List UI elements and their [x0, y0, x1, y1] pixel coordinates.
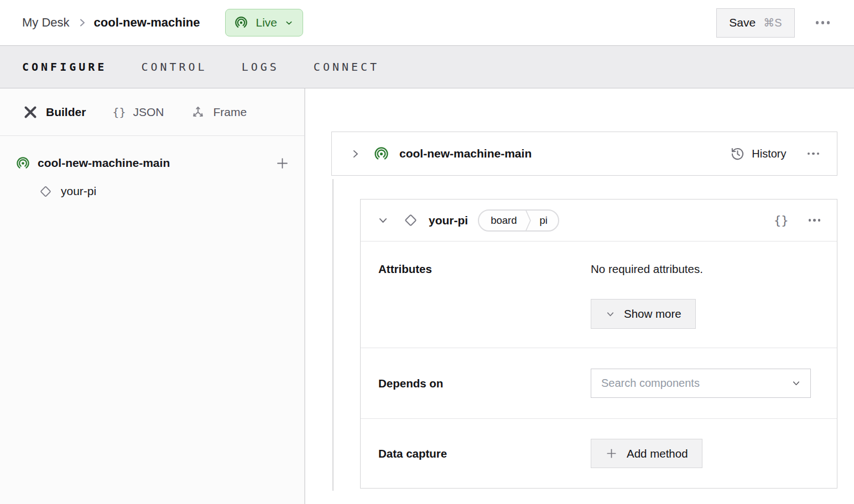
ellipsis-icon[interactable]	[808, 153, 820, 155]
component-title: your-pi	[429, 214, 468, 227]
add-method-button[interactable]: Add method	[591, 439, 702, 468]
search-components-input[interactable]	[601, 377, 791, 390]
breadcrumb-current: cool-new-machine	[94, 15, 200, 30]
tools-icon	[22, 104, 39, 120]
save-shortcut: ⌘S	[763, 16, 782, 29]
depends-on-select[interactable]	[591, 369, 811, 398]
data-capture-section: Data capture Add method	[361, 418, 837, 488]
config-main-panel: cool-new-machine-main History	[305, 88, 854, 504]
component-card-header: your-pi board pi {}	[361, 200, 837, 241]
tree-connector-line	[332, 179, 334, 491]
badge-divider-chevron	[525, 210, 532, 231]
top-bar: My Desk cool-new-machine Live Save ⌘S	[0, 0, 854, 45]
chevron-right-icon	[76, 17, 87, 28]
ellipsis-icon[interactable]	[816, 21, 830, 24]
machine-part-card: cool-new-machine-main History	[331, 132, 837, 176]
braces-icon[interactable]: {}	[774, 213, 789, 227]
broadcast-icon	[15, 156, 30, 171]
view-mode-tabs: Builder {} JSON Frame	[0, 88, 304, 136]
live-label: Live	[256, 16, 277, 29]
depends-on-section: Depends on	[361, 348, 837, 418]
add-component-button[interactable]	[275, 156, 290, 171]
diamond-icon	[39, 185, 53, 198]
component-model: pi	[540, 214, 548, 227]
tree-item-machine[interactable]: cool-new-machine-main	[0, 148, 304, 178]
show-more-label: Show more	[624, 307, 681, 321]
save-label: Save	[729, 16, 756, 29]
main-nav-tabs: CONFIGURE CONTROL LOGS CONNECT	[0, 45, 854, 88]
tab-configure[interactable]: CONFIGURE	[22, 60, 107, 74]
history-label: History	[752, 148, 786, 160]
chevron-down-icon	[791, 378, 801, 389]
history-icon	[730, 146, 745, 161]
chevron-right-icon[interactable]	[350, 148, 361, 160]
braces-icon: {}	[112, 106, 126, 119]
tree-item-component[interactable]: your-pi	[0, 178, 304, 204]
view-tab-builder-label: Builder	[46, 106, 86, 119]
attributes-section: Attributes No required attributes. Show …	[361, 241, 837, 348]
chevron-down-icon	[605, 309, 616, 319]
plus-icon	[275, 156, 290, 171]
component-card: your-pi board pi {} Attributes No requir…	[360, 199, 837, 489]
broadcast-icon	[373, 146, 389, 162]
view-tab-frame-label: Frame	[213, 106, 247, 119]
attributes-label: Attributes	[378, 262, 591, 348]
add-method-label: Add method	[627, 447, 688, 460]
breadcrumb-parent[interactable]: My Desk	[22, 15, 70, 30]
tab-control[interactable]: CONTROL	[141, 60, 207, 74]
view-tab-frame[interactable]: Frame	[190, 104, 247, 120]
view-tab-json-label: JSON	[133, 106, 164, 119]
chevron-down-icon	[284, 18, 294, 28]
live-status-dropdown[interactable]: Live	[225, 9, 303, 36]
tree-machine-label: cool-new-machine-main	[38, 156, 275, 170]
diamond-icon	[403, 213, 418, 228]
plus-icon	[605, 447, 618, 460]
config-sidebar: Builder {} JSON Frame	[0, 88, 305, 504]
machine-card-title: cool-new-machine-main	[399, 147, 532, 160]
save-button[interactable]: Save ⌘S	[716, 8, 794, 38]
depends-on-label: Depends on	[378, 377, 591, 390]
attributes-empty-text: No required attributes.	[591, 262, 703, 276]
history-button[interactable]: History	[730, 146, 786, 161]
machine-tree: cool-new-machine-main your-pi	[0, 136, 304, 204]
show-more-button[interactable]: Show more	[591, 299, 696, 329]
tree-component-label: your-pi	[61, 185, 96, 198]
view-tab-json[interactable]: {} JSON	[112, 106, 164, 119]
component-type-badge: board pi	[478, 209, 559, 232]
frame-axes-icon	[190, 104, 206, 120]
ellipsis-icon[interactable]	[809, 219, 821, 222]
component-type: board	[491, 214, 517, 227]
chevron-down-icon[interactable]	[377, 214, 389, 226]
tab-connect[interactable]: CONNECT	[314, 60, 379, 74]
tab-logs[interactable]: LOGS	[242, 60, 279, 74]
view-tab-builder[interactable]: Builder	[22, 104, 86, 120]
data-capture-label: Data capture	[378, 447, 591, 460]
broadcast-icon	[234, 15, 248, 30]
